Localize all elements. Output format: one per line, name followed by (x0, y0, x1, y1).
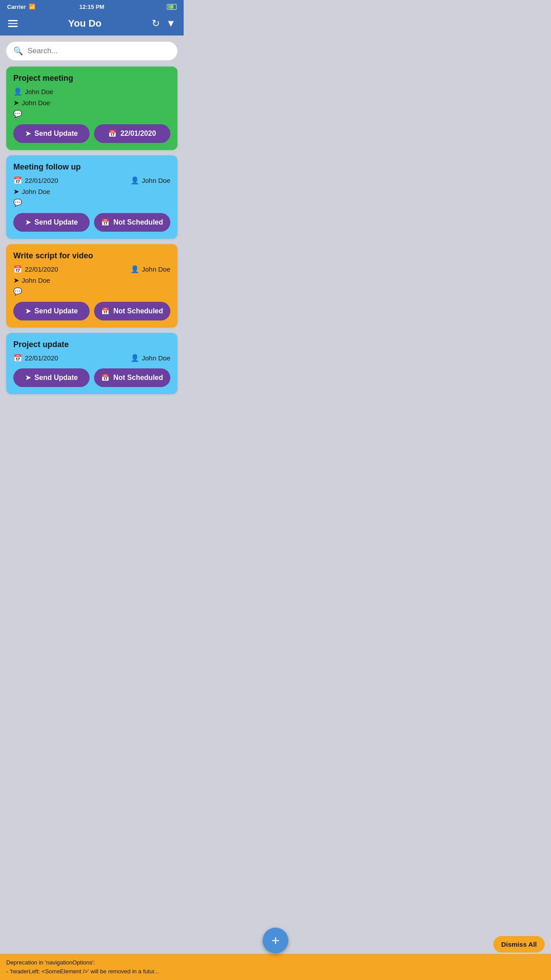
card-chat-row: 💬 (13, 287, 170, 296)
card-delegate: John Doe (22, 188, 50, 195)
card-title: Meeting follow up (13, 162, 170, 172)
card-chat-row: 💬 (13, 198, 170, 207)
forward-icon: ➤ (13, 276, 19, 285)
send-icon: ➤ (25, 130, 31, 138)
card-title: Project update (13, 340, 170, 349)
person-icon: 👤 (13, 87, 22, 96)
header: You Do ↻ ▼ (0, 13, 184, 36)
send-update-label: Send Update (35, 307, 78, 315)
chat-icon: 💬 (13, 198, 22, 207)
card-meta-row: 📅 22/01/2020 👤 John Doe (13, 354, 170, 362)
card-buttons: ➤ Send Update 📅 Not Scheduled (13, 302, 170, 320)
hamburger-menu[interactable] (8, 20, 18, 27)
card-assignee: John Doe (142, 265, 170, 273)
card-meta-row: 📅 22/01/2020 👤 John Doe (13, 176, 170, 185)
person-icon: 👤 (130, 176, 139, 185)
search-container: 🔍 (0, 36, 184, 65)
send-icon: ➤ (25, 374, 31, 382)
wifi-icon: 📶 (29, 4, 35, 10)
card-assignee-item: 👤 John Doe (130, 354, 170, 362)
status-bar-left: Carrier 📶 (7, 4, 35, 10)
search-icon: 🔍 (13, 46, 23, 56)
send-update-button[interactable]: ➤ Send Update (13, 302, 90, 320)
card-date: 22/01/2020 (25, 354, 58, 362)
card-delegate-row: ➤ John Doe (13, 187, 170, 196)
task-card-meeting-follow-up: Meeting follow up 📅 22/01/2020 👤 John Do… (6, 155, 177, 239)
card-date-item: 📅 22/01/2020 (13, 354, 58, 362)
task-card-project-meeting: Project meeting 👤 John Doe ➤ John Doe 💬 … (6, 67, 177, 150)
card-delegate-row: ➤ John Doe (13, 99, 170, 107)
card-date: 22/01/2020 (25, 177, 58, 184)
card-meta-row: 📅 22/01/2020 👤 John Doe (13, 265, 170, 273)
forward-icon: ➤ (13, 99, 19, 107)
cards-container: Project meeting 👤 John Doe ➤ John Doe 💬 … (0, 65, 184, 430)
task-card-project-update: Project update 📅 22/01/2020 👤 John Doe ➤… (6, 333, 177, 394)
send-update-button[interactable]: ➤ Send Update (13, 368, 90, 387)
send-icon: ➤ (25, 218, 31, 226)
schedule-label: 22/01/2020 (120, 130, 156, 138)
card-delegate: John Doe (22, 99, 50, 107)
forward-icon: ➤ (13, 187, 19, 196)
card-date: 22/01/2020 (25, 265, 58, 273)
card-delegate-row: ➤ John Doe (13, 276, 170, 285)
header-icons: ↻ ▼ (152, 18, 176, 29)
card-buttons: ➤ Send Update 📅 Not Scheduled (13, 213, 170, 232)
calendar-btn-icon: 📅 (101, 374, 110, 382)
task-card-write-script: Write script for video 📅 22/01/2020 👤 Jo… (6, 244, 177, 328)
card-assignee: John Doe (142, 177, 170, 184)
card-assignee: John Doe (142, 354, 170, 362)
send-update-label: Send Update (35, 218, 78, 226)
send-update-button[interactable]: ➤ Send Update (13, 124, 90, 143)
send-icon: ➤ (25, 307, 31, 315)
carrier-label: Carrier (7, 4, 26, 10)
card-assignee: John Doe (25, 88, 53, 95)
card-date-item: 📅 22/01/2020 (13, 265, 58, 273)
refresh-icon[interactable]: ↻ (152, 18, 160, 29)
schedule-label: Not Scheduled (113, 218, 163, 226)
not-scheduled-button[interactable]: 📅 Not Scheduled (94, 213, 170, 232)
filter-icon[interactable]: ▼ (166, 18, 176, 29)
card-title: Project meeting (13, 74, 170, 83)
card-date-item: 📅 22/01/2020 (13, 176, 58, 185)
app-title: You Do (68, 18, 101, 29)
card-buttons: ➤ Send Update 📅 22/01/2020 (13, 124, 170, 143)
card-assignee-item: 👤 John Doe (130, 265, 170, 273)
card-assignee-item: 👤 John Doe (130, 176, 170, 185)
not-scheduled-button[interactable]: 📅 Not Scheduled (94, 302, 170, 320)
card-buttons: ➤ Send Update 📅 Not Scheduled (13, 368, 170, 387)
send-update-label: Send Update (35, 130, 78, 138)
schedule-label: Not Scheduled (113, 374, 163, 382)
card-delegate: John Doe (22, 277, 50, 284)
send-update-label: Send Update (35, 374, 78, 382)
battery-icon: ⚡ (167, 4, 177, 10)
scheduled-date-button[interactable]: 📅 22/01/2020 (94, 124, 170, 143)
send-update-button[interactable]: ➤ Send Update (13, 213, 90, 232)
status-bar-time: 12:15 PM (79, 4, 104, 10)
person-icon: 👤 (130, 354, 139, 362)
chat-icon: 💬 (13, 110, 22, 118)
schedule-label: Not Scheduled (113, 307, 163, 315)
card-title: Write script for video (13, 251, 170, 261)
calendar-icon: 📅 (13, 265, 22, 273)
status-bar: Carrier 📶 12:15 PM ⚡ (0, 0, 184, 13)
search-wrapper: 🔍 (6, 42, 177, 60)
status-bar-right: ⚡ (167, 4, 177, 10)
calendar-btn-icon: 📅 (108, 130, 117, 138)
calendar-icon: 📅 (13, 354, 22, 362)
card-assignee-row: 👤 John Doe (13, 87, 170, 96)
not-scheduled-button[interactable]: 📅 Not Scheduled (94, 368, 170, 387)
chat-icon: 💬 (13, 287, 22, 296)
calendar-btn-icon: 📅 (101, 307, 110, 315)
calendar-btn-icon: 📅 (101, 218, 110, 226)
calendar-icon: 📅 (13, 176, 22, 185)
search-input[interactable] (28, 47, 170, 55)
person-icon: 👤 (130, 265, 139, 273)
card-chat-row: 💬 (13, 110, 170, 118)
